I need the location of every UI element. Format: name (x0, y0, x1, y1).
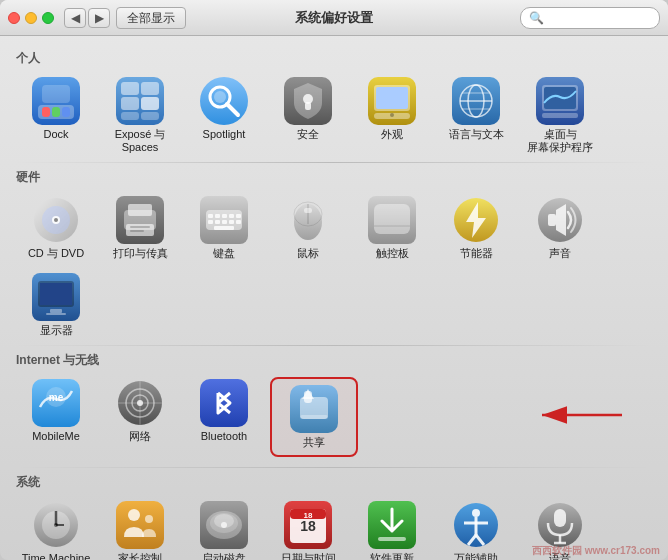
svg-rect-73 (50, 309, 62, 313)
svg-rect-7 (121, 82, 139, 95)
pref-network[interactable]: 网络 (100, 375, 180, 459)
appearance-icon (368, 77, 416, 125)
svg-rect-12 (141, 112, 159, 120)
pref-appearance[interactable]: 外观 (352, 73, 432, 158)
maximize-button[interactable] (42, 12, 54, 24)
hardware-grid: CD 与 DVD 打印与传真 (16, 192, 652, 340)
divider-1 (16, 162, 652, 163)
svg-rect-9 (121, 97, 139, 110)
svg-point-112 (472, 509, 480, 517)
svg-point-38 (54, 218, 58, 222)
system-preferences-window: ◀ ▶ 全部显示 系统偏好设置 🔍 个人 (0, 0, 668, 560)
svg-point-95 (54, 523, 58, 527)
cddvd-label: CD 与 DVD (28, 247, 84, 260)
keyboard-icon (200, 196, 248, 244)
svg-rect-43 (130, 226, 150, 228)
svg-rect-48 (215, 214, 220, 218)
svg-rect-51 (236, 214, 241, 218)
parental-icon (116, 501, 164, 549)
display-label: 显示器 (40, 324, 73, 337)
svg-rect-84 (200, 379, 248, 427)
cddvd-icon (32, 196, 80, 244)
pref-startup[interactable]: 启动磁盘 (184, 497, 264, 560)
startup-label: 启动磁盘 (202, 552, 246, 560)
traffic-lights (8, 12, 54, 24)
back-button[interactable]: ◀ (64, 8, 86, 28)
svg-rect-96 (116, 501, 164, 549)
svg-rect-41 (128, 204, 152, 216)
pref-parental[interactable]: 家长控制 (100, 497, 180, 560)
svg-rect-72 (40, 283, 72, 305)
system-grid: Time Machine 家长控制 (16, 497, 652, 560)
parental-label: 家长控制 (118, 552, 162, 560)
share-icon (290, 385, 338, 433)
minimize-button[interactable] (25, 12, 37, 24)
pref-dock[interactable]: Dock (16, 73, 96, 158)
svg-rect-34 (542, 113, 578, 118)
pref-security[interactable]: 安全 (268, 73, 348, 158)
svg-rect-50 (229, 214, 234, 218)
keyboard-label: 键盘 (213, 247, 235, 260)
pref-update[interactable]: 软件更新 (352, 497, 432, 560)
trackpad-label: 触控板 (376, 247, 409, 260)
bluetooth-label: Bluetooth (201, 430, 247, 443)
divider-3 (16, 467, 652, 468)
pref-bluetooth[interactable]: Bluetooth (184, 375, 264, 459)
svg-rect-55 (229, 220, 234, 224)
print-icon (116, 196, 164, 244)
desktop-icon (536, 77, 584, 125)
pref-mouse[interactable]: 鼠标 (268, 192, 348, 264)
svg-rect-110 (378, 537, 406, 541)
mouse-icon (284, 196, 332, 244)
pref-mobileme[interactable]: me MobileMe (16, 375, 96, 459)
search-box[interactable]: 🔍 (520, 7, 660, 29)
pref-energy[interactable]: 节能器 (436, 192, 516, 264)
pref-speech[interactable]: 语音 (520, 497, 600, 560)
datetime-icon: 18 18 (284, 501, 332, 549)
bluetooth-icon (200, 379, 248, 427)
update-icon (368, 501, 416, 549)
show-all-button[interactable]: 全部显示 (116, 7, 186, 29)
svg-text:me: me (49, 392, 64, 403)
search-input[interactable] (547, 11, 651, 25)
mobileme-label: MobileMe (32, 430, 80, 443)
svg-rect-57 (214, 226, 234, 230)
pref-timemachine[interactable]: Time Machine (16, 497, 96, 560)
speech-icon (536, 501, 584, 549)
pref-trackpad[interactable]: 触控板 (352, 192, 432, 264)
svg-rect-47 (208, 214, 213, 218)
svg-rect-118 (554, 509, 566, 527)
pref-cddvd[interactable]: CD 与 DVD (16, 192, 96, 264)
section-title-internet: Internet 与无线 (16, 352, 652, 369)
svg-point-97 (128, 509, 140, 521)
dock-label: Dock (43, 128, 68, 141)
share-highlight-wrapper: 共享 (268, 375, 360, 459)
pref-keyboard[interactable]: 键盘 (184, 192, 264, 264)
svg-rect-10 (141, 97, 159, 110)
svg-rect-52 (208, 220, 213, 224)
close-button[interactable] (8, 12, 20, 24)
search-icon: 🔍 (529, 11, 544, 25)
pref-expose[interactable]: Exposé 与Spaces (100, 73, 180, 158)
expose-icon (116, 77, 164, 125)
pref-spotlight[interactable]: Spotlight (184, 73, 264, 158)
pref-display[interactable]: 显示器 (16, 269, 96, 341)
share-label: 共享 (303, 436, 325, 449)
svg-rect-54 (222, 220, 227, 224)
pref-universal[interactable]: 万能辅助 (436, 497, 516, 560)
datetime-label: 日期与时间 (281, 552, 336, 560)
security-label: 安全 (297, 128, 319, 141)
window-title: 系统偏好设置 (295, 9, 373, 27)
pref-desktop[interactable]: 桌面与屏幕保护程序 (520, 73, 600, 158)
pref-share[interactable]: 共享 (274, 381, 354, 453)
pref-sound[interactable]: 声音 (520, 192, 600, 264)
pref-datetime[interactable]: 18 18 日期与时间 (268, 497, 348, 560)
lang-label: 语言与文本 (449, 128, 504, 141)
pref-lang[interactable]: 语言与文本 (436, 73, 516, 158)
svg-rect-68 (548, 214, 556, 226)
network-icon (116, 379, 164, 427)
forward-button[interactable]: ▶ (88, 8, 110, 28)
svg-rect-89 (300, 415, 328, 419)
title-bar: ◀ ▶ 全部显示 系统偏好设置 🔍 (0, 0, 668, 36)
pref-print[interactable]: 打印与传真 (100, 192, 180, 264)
